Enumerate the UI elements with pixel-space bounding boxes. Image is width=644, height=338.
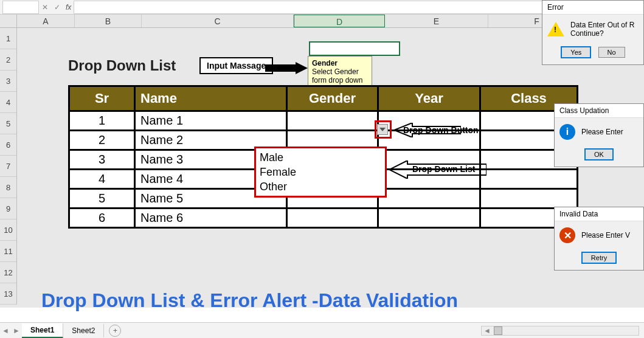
- dropdown-option[interactable]: Other: [260, 179, 381, 194]
- dialog-stop: Invalid Data ✕ Please Enter V Retry: [554, 207, 644, 271]
- row-3[interactable]: 3: [0, 71, 17, 92]
- cell-sr[interactable]: 1: [69, 111, 135, 131]
- dialog-error: Error ! Data Enter Out of R Continue? Ye…: [542, 0, 644, 65]
- tab-sheet1[interactable]: Sheet1: [22, 323, 63, 338]
- yes-button[interactable]: Yes: [561, 46, 591, 58]
- row-1[interactable]: 1: [0, 28, 17, 49]
- annotation-dd-list: Drop Down List: [412, 164, 475, 174]
- table-row[interactable]: 1Name 1: [69, 111, 578, 131]
- svg-marker-1: [379, 128, 386, 131]
- dialog-info: Class Updation i Please Enter OK: [554, 103, 644, 167]
- tooltip-title: Gender: [312, 59, 368, 67]
- col-D[interactable]: D: [294, 15, 385, 27]
- cell-name[interactable]: Name 1: [135, 111, 287, 131]
- annotation-dd-button: Drop Down Button: [403, 125, 479, 135]
- col-B[interactable]: B: [75, 15, 142, 27]
- grid: 1 2 3 4 5 6 7 8 9 10 11 12 13 Drop Down …: [0, 28, 644, 308]
- dropdown-option[interactable]: Male: [260, 150, 381, 165]
- dialog-text: Continue?: [570, 29, 634, 38]
- row-headers: 1 2 3 4 5 6 7 8 9 10 11 12 13: [0, 28, 17, 305]
- row-4[interactable]: 4: [0, 92, 17, 113]
- tab-nav-prev-icon[interactable]: ◄: [0, 326, 11, 335]
- dialog-title: Error: [542, 1, 643, 15]
- row-5[interactable]: 5: [0, 113, 17, 134]
- cell-sr[interactable]: 2: [69, 131, 135, 150]
- cell-year[interactable]: [378, 189, 480, 209]
- row-7[interactable]: 7: [0, 156, 17, 177]
- row-2[interactable]: 2: [0, 49, 17, 71]
- sheet-tabs: ◄ ► Sheet1 Sheet2 + ◄: [0, 322, 644, 338]
- active-cell[interactable]: [309, 41, 400, 56]
- row-13[interactable]: 13: [0, 283, 17, 305]
- dialog-text: Data Enter Out of R: [570, 21, 634, 29]
- cell-year[interactable]: [378, 209, 480, 228]
- ok-button[interactable]: OK: [584, 148, 614, 160]
- cell-gender[interactable]: [287, 209, 378, 228]
- cell-gender[interactable]: [287, 111, 378, 131]
- row-6[interactable]: 6: [0, 134, 17, 156]
- accept-formula-icon[interactable]: ✓: [51, 3, 63, 12]
- dropdown-button[interactable]: [377, 124, 388, 135]
- no-button[interactable]: No: [598, 47, 625, 58]
- annotation-input-message: Input Massage: [199, 57, 273, 74]
- col-E[interactable]: E: [385, 15, 488, 27]
- chevron-down-icon: [379, 126, 386, 133]
- col-A[interactable]: A: [17, 15, 75, 27]
- cell-class[interactable]: [480, 170, 578, 189]
- cell-sr[interactable]: 5: [69, 189, 135, 209]
- cell-sr[interactable]: 4: [69, 170, 135, 189]
- row-8[interactable]: 8: [0, 177, 17, 198]
- dialog-text: Please Enter: [581, 128, 623, 136]
- col-C[interactable]: C: [142, 15, 294, 27]
- page-title: Drop Down List: [68, 57, 176, 74]
- caption: Drop Down List & Error Alert -Data Valid…: [41, 289, 458, 312]
- cell-sr[interactable]: 6: [69, 209, 135, 228]
- tab-sheet2[interactable]: Sheet2: [63, 324, 104, 337]
- horizontal-scrollbar[interactable]: ◄: [481, 326, 639, 336]
- row-12[interactable]: 12: [0, 262, 17, 283]
- arrow-icon: [265, 62, 308, 74]
- dialog-title: Invalid Data: [555, 207, 643, 221]
- stop-icon: ✕: [559, 227, 575, 243]
- name-box[interactable]: [2, 1, 39, 14]
- hdr-sr: Sr: [69, 86, 135, 111]
- hdr-year: Year: [378, 86, 480, 111]
- warning-icon: !: [547, 22, 564, 36]
- select-all-corner[interactable]: [0, 15, 17, 27]
- dialog-text: Please Enter V: [581, 231, 630, 240]
- row-10[interactable]: 10: [0, 219, 17, 241]
- cell-name[interactable]: Name 6: [135, 209, 287, 228]
- row-11[interactable]: 11: [0, 241, 17, 262]
- tab-nav-next-icon[interactable]: ►: [11, 326, 22, 335]
- table-row[interactable]: 6Name 6: [69, 209, 578, 228]
- hdr-name: Name: [135, 86, 287, 111]
- info-icon: i: [559, 124, 575, 140]
- svg-marker-0: [265, 62, 308, 74]
- cell-sr[interactable]: 3: [69, 150, 135, 170]
- row-9[interactable]: 9: [0, 198, 17, 219]
- dialog-title: Class Updation: [555, 104, 643, 118]
- hdr-gender: Gender: [287, 86, 378, 111]
- dropdown-list[interactable]: Male Female Other: [254, 147, 387, 198]
- cell-class[interactable]: [480, 189, 578, 209]
- new-sheet-button[interactable]: +: [109, 325, 121, 337]
- retry-button[interactable]: Retry: [581, 252, 617, 264]
- dropdown-option[interactable]: Female: [260, 165, 381, 179]
- fx-icon[interactable]: fx: [66, 3, 71, 12]
- cancel-formula-icon[interactable]: ✕: [39, 3, 51, 12]
